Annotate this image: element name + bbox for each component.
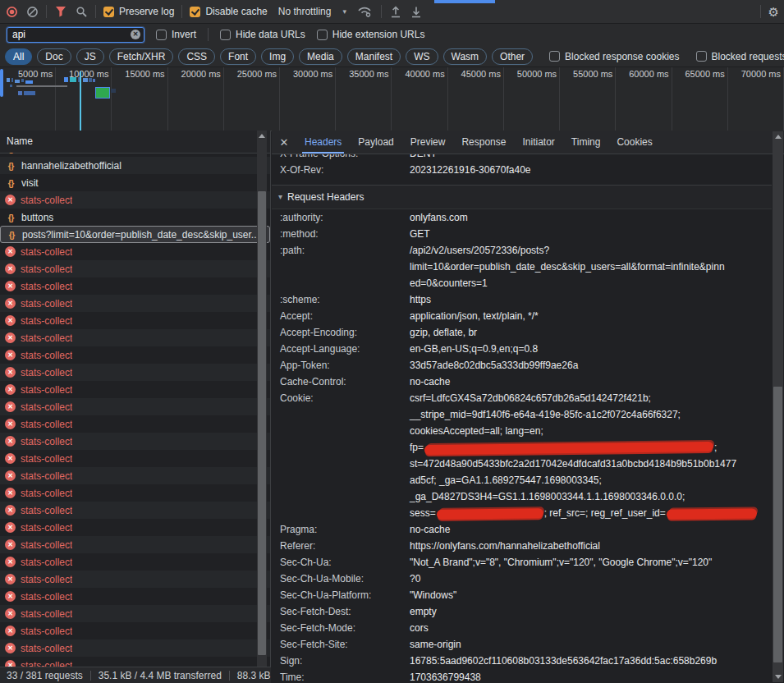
filter-pill-all[interactable]: All — [5, 48, 32, 65]
filter-pill-fetch-xhr[interactable]: Fetch/XHR — [109, 48, 174, 65]
filter-input[interactable]: api ✕ — [7, 27, 144, 43]
request-row[interactable]: ✕stats-collect — [0, 398, 270, 415]
preserve-log-label: Preserve log — [119, 6, 174, 17]
value-text: ed=0&counters=1 — [410, 277, 488, 289]
header-row: :authority:onlyfans.com — [272, 209, 772, 226]
name-column-header[interactable]: Name — [0, 131, 270, 154]
request-row[interactable]: ✕stats-collect — [0, 639, 270, 657]
status-bar: 33 / 381 requests35.1 kB / 4.4 MB transf… — [0, 667, 271, 683]
request-row[interactable]: ✕stats-collect — [0, 657, 270, 667]
request-row[interactable]: {}buttons — [0, 209, 270, 226]
request-row[interactable]: ✕stats-collect — [0, 295, 270, 312]
request-row[interactable]: ✕stats-collect — [0, 346, 270, 364]
hide-data-urls-checkbox[interactable]: Hide data URLs — [220, 29, 305, 40]
request-row[interactable]: ✕stats-collect — [0, 260, 270, 277]
filter-pill-js[interactable]: JS — [76, 48, 104, 65]
request-row[interactable]: ✕stats-collect — [0, 329, 270, 346]
filter-pill-other[interactable]: Other — [492, 48, 533, 65]
disable-cache-checkbox[interactable]: Disable cache — [190, 6, 267, 17]
request-row[interactable]: ✕stats-collect — [0, 450, 270, 467]
more-filters: Blocked response cookiesBlocked requests… — [544, 51, 784, 62]
scroll-up-icon[interactable] — [259, 134, 265, 138]
ruler-tick-label: 40000 ms — [405, 69, 444, 79]
error-icon: ✕ — [5, 453, 16, 464]
request-row[interactable]: {}hannahelizabethofficial — [0, 157, 270, 174]
value-text: sess= — [410, 507, 436, 519]
preserve-log-checkbox[interactable]: Preserve log — [103, 6, 174, 17]
request-row[interactable]: ✕stats-collect — [0, 415, 270, 433]
hide-extension-urls-checkbox[interactable]: Hide extension URLs — [317, 29, 425, 40]
clear-filter-icon[interactable]: ✕ — [131, 30, 140, 39]
filter-pill-img[interactable]: Img — [261, 48, 294, 65]
request-row[interactable]: ✕stats-collect — [0, 519, 270, 536]
tab-initiator[interactable]: Initiator — [514, 131, 562, 154]
request-row[interactable]: ✕stats-collect — [0, 588, 270, 605]
header-row: Sign:16785:5aad9602cf110608b03133de56364… — [272, 653, 772, 669]
checkbox-checked-icon — [103, 7, 114, 17]
request-row[interactable]: ✕stats-collect — [0, 553, 270, 571]
toolbar-divider — [46, 5, 47, 18]
header-key: Sec-Ch-Ua: — [280, 554, 410, 571]
overview-timeline[interactable]: 5000 ms10000 ms15000 ms20000 ms25000 ms3… — [0, 66, 784, 131]
export-har-icon[interactable] — [410, 5, 423, 18]
blocked-response-cookies-checkbox[interactable]: Blocked response cookies — [549, 51, 679, 62]
request-name: stats-collect — [21, 281, 72, 292]
request-row[interactable]: ✕stats-collect — [0, 381, 270, 398]
filter-pill-media[interactable]: Media — [299, 48, 342, 65]
throttling-select[interactable]: No throttling ▾ — [275, 6, 350, 17]
tab-payload[interactable]: Payload — [350, 131, 401, 154]
value-line: https — [410, 291, 772, 308]
tab-cookies[interactable]: Cookies — [608, 131, 660, 154]
network-conditions-icon[interactable] — [357, 5, 374, 18]
tab-headers[interactable]: Headers — [296, 131, 350, 154]
request-row[interactable]: ✕stats-collect — [0, 191, 270, 209]
import-har-icon[interactable] — [389, 5, 402, 18]
request-row[interactable]: ✕stats-collect — [0, 536, 270, 553]
value-line: ad5cf; _ga=GA1.1.689275447.1698003345; — [410, 472, 772, 488]
request-name: stats-collect — [21, 436, 72, 447]
checkbox-checked-icon — [190, 7, 200, 17]
filter-pill-font[interactable]: Font — [220, 48, 256, 65]
request-row[interactable]: ✕stats-collect — [0, 502, 270, 519]
request-row[interactable]: {}visit — [0, 174, 270, 191]
header-row: X-Frame-Options:DENY — [272, 154, 772, 162]
scroll-down-icon[interactable] — [775, 675, 782, 679]
request-row[interactable]: ✕stats-collect — [0, 364, 270, 381]
request-row[interactable]: ✕stats-collect — [0, 277, 270, 295]
request-headers-section-header[interactable]: ▾Request Headers — [272, 186, 772, 209]
value-text: cookiesAccepted=all; lang=en; — [410, 425, 543, 437]
filter-pill-doc[interactable]: Doc — [37, 48, 71, 65]
request-row[interactable]: ✕stats-collect — [0, 622, 270, 639]
clear-icon[interactable] — [25, 5, 39, 18]
filter-pill-manifest[interactable]: Manifest — [347, 48, 401, 65]
close-icon[interactable]: ✕ — [272, 136, 296, 149]
request-row[interactable]: ✕stats-collect — [0, 433, 270, 450]
request-row[interactable]: {}posts?limit=10&order=publish_date_desc… — [0, 226, 270, 243]
request-row[interactable]: ✕stats-collect — [0, 484, 270, 502]
filter-pill-wasm[interactable]: Wasm — [443, 48, 488, 65]
scrollbar-thumb[interactable] — [773, 387, 782, 662]
filter-icon[interactable] — [54, 5, 67, 18]
scrollbar-thumb[interactable] — [258, 191, 266, 655]
filter-pill-ws[interactable]: WS — [406, 48, 438, 65]
request-row[interactable]: ✕stats-collect — [0, 571, 270, 588]
scroll-up-icon[interactable] — [775, 135, 782, 139]
request-row[interactable]: ✕stats-collect — [0, 467, 270, 484]
invert-checkbox[interactable]: Invert — [156, 29, 196, 40]
details-scrollbar[interactable] — [773, 131, 783, 682]
request-row[interactable]: ✕stats-collect — [0, 605, 270, 622]
tab-preview[interactable]: Preview — [402, 131, 454, 154]
record-icon[interactable] — [5, 5, 18, 18]
search-icon[interactable] — [75, 5, 88, 18]
request-row[interactable]: ✕stats-collect — [0, 312, 270, 329]
tab-response[interactable]: Response — [453, 131, 514, 154]
tab-timing[interactable]: Timing — [563, 131, 609, 154]
ruler-tick-label: 20000 ms — [181, 69, 221, 79]
settings-gear-icon[interactable]: ⚙ — [768, 6, 779, 18]
value-line: onlyfans.com — [410, 209, 772, 226]
request-row[interactable]: ✕stats-collect — [0, 243, 270, 260]
waterfall-mark — [95, 87, 110, 99]
blocked-requests-checkbox[interactable]: Blocked requests — [696, 51, 784, 62]
filter-pill-css[interactable]: CSS — [178, 48, 215, 65]
requests-scrollbar[interactable] — [257, 131, 267, 667]
